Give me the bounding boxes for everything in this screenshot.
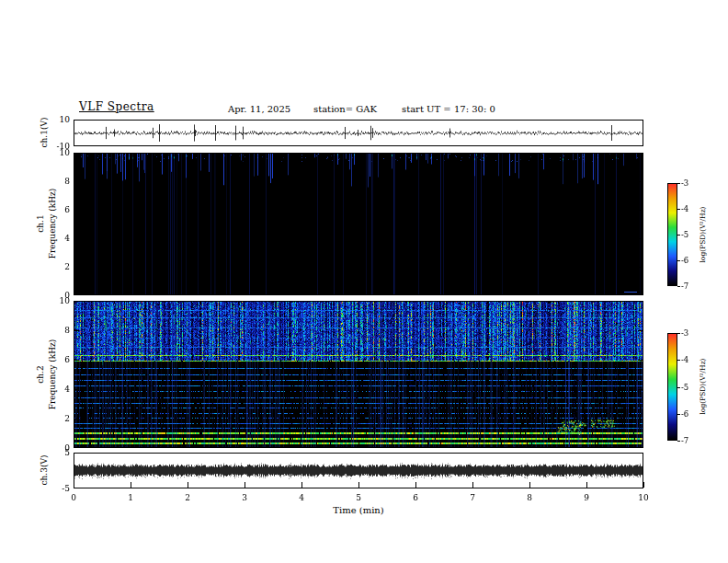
time-axis-tick-label: 10 [632,493,654,502]
colorbar-tickmark [677,333,680,334]
ch2-spectrogram-ytick-label: 10 [39,296,70,305]
time-axis-tick-label: 8 [518,493,540,502]
ch1-spectrogram-ytickmark [638,210,643,211]
date-label: Apr. 11, 2025 [228,104,290,114]
time-axis-tickmark [245,482,245,488]
figure-title: VLF Spectra [79,100,154,113]
ch1-spectrogram-ytick-label: 10 [39,148,70,157]
ch1-spectrogram-panel [74,153,643,295]
colorbar-tickmark [677,387,680,388]
ch1-voltage-ytick-label: 10 [39,115,70,124]
ch2-spectrogram-ytickmark [638,360,643,361]
ch2-spectrogram-ytickmark [74,360,79,361]
colorbar-tickmark [677,183,680,184]
ch1-spectrogram-ytick-label: 2 [39,262,70,271]
colorbar-tickmark [677,235,680,236]
ch1-spectrogram-ytick-label: 4 [39,234,70,243]
ch2-spectrogram-ytickmark [74,419,79,419]
ch2-spectrogram-ytickmark [638,330,643,331]
ch1-spectrogram-ytick-label: 6 [39,205,70,214]
ch1-frequency-axis-label: Frequency (kHz) [48,189,57,259]
time-axis-tick-label: 2 [176,493,199,502]
ch2-spectrogram-ytickmark [638,389,643,390]
colorbar-tick-label: -6 [681,256,688,265]
time-axis-tickmark [188,482,188,488]
colorbar-tickmark [677,209,680,210]
time-axis-tickmark [358,482,359,488]
ch1-spectrogram-ytickmark [74,181,79,182]
ch2-spectrogram-ytick-label: 8 [39,326,70,335]
ch2-spectrogram-ytick-label: 4 [39,385,70,394]
ch2-spectrogram-ytickmark [74,389,79,390]
ch2-channel-label: ch.2 [36,365,45,383]
colorbar-ch1 [667,183,677,286]
time-axis-tick-label: 5 [347,493,370,502]
colorbar-tickmark [677,286,680,287]
colorbar-tick-label: -4 [681,204,688,213]
colorbar-tick-label: -5 [681,230,688,239]
ch3-voltage-ytick-label: -5 [39,484,70,493]
time-axis-tickmark [586,482,587,488]
ch3-voltage-axis-label: ch.3(V) [40,455,49,486]
colorbar-tick-label: -3 [681,178,688,188]
colorbar-ch1-label: log(PSD)(V²/Hz) [699,206,707,262]
time-axis-tick-label: 1 [119,493,142,502]
colorbar-tick-label: -7 [681,282,688,291]
ch2-frequency-axis-label: Frequency (kHz) [48,339,57,410]
colorbar-tickmark [677,414,680,415]
time-axis-tickmark [301,482,302,488]
ch1-voltage-canvas [74,121,643,145]
colorbar-tick-label: -6 [681,409,688,419]
ch1-spectrogram-ytickmark [74,238,79,239]
time-axis-tickmark [472,482,473,488]
ch2-spectrogram-ytick-label: 6 [39,355,70,364]
start-ut-label: start UT = 17: 30: 0 [402,104,495,114]
colorbar-tickmark [677,441,680,442]
colorbar-ch2 [667,333,677,441]
colorbar-ch2-label: log(PSD)(V²/Hz) [699,358,707,414]
colorbar-tick-label: -7 [681,436,688,445]
colorbar-tickmark [677,260,680,261]
ch2-spectrogram-ytick-label: 2 [39,414,70,423]
colorbar-tick-label: -3 [681,328,688,338]
ch1-voltage-panel [74,120,643,146]
ch1-spectrogram-ytickmark [638,238,643,239]
time-axis-tickmark [529,482,530,488]
ch1-channel-label: ch.1 [36,214,45,232]
time-axis-tickmark [415,482,416,488]
ch1-spectrogram-ytickmark [638,267,643,268]
colorbar-tickmark [677,360,680,361]
ch2-spectrogram-ytickmark [638,419,643,419]
station-label: station= GAK [313,104,377,114]
ch1-spectrogram-ytickmark [74,267,79,268]
time-axis-tick-label: 7 [461,493,483,502]
colorbar-tick-label: -5 [681,383,688,392]
ch1-spectrogram-canvas [74,154,643,294]
time-axis-tickmark [131,482,131,488]
ch1-spectrogram-ytickmark [74,210,79,211]
time-axis-tickmark [74,482,74,488]
ch2-spectrogram-canvas [74,302,643,447]
ch1-spectrogram-ytick-label: 8 [39,177,70,186]
time-axis-tick-label: 0 [63,493,85,502]
time-axis-tick-label: 9 [575,493,597,502]
time-axis-tickmark [643,482,644,488]
ch2-spectrogram-panel [74,301,643,448]
time-axis-tick-label: 4 [290,493,313,502]
vlf-spectra-figure: VLF Spectra Apr. 11, 2025 station= GAK s… [0,0,728,563]
time-axis-tick-label: 3 [233,493,256,502]
ch2-spectrogram-ytickmark [74,330,79,331]
colorbar-tick-label: -4 [681,355,688,364]
ch3-voltage-ytick-label: 5 [39,448,70,457]
ch1-spectrogram-ytickmark [638,181,643,182]
time-axis-label: Time (min) [333,505,383,515]
time-axis-tick-label: 6 [404,493,427,502]
